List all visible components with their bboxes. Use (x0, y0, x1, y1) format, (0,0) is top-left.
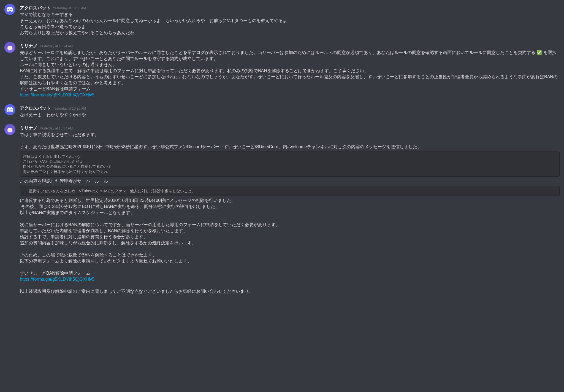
text-line: なげえーよ わかりやすくかけや (20, 112, 560, 118)
discord-logo-icon (7, 106, 13, 113)
message-group: アクロスバットYesterday at 10:08 AMマジで読むならキモすぎる… (0, 3, 564, 37)
timestamp: Yesterday at 10:25 AM (53, 106, 86, 111)
blank-line (20, 138, 560, 144)
message-content: では丁寧に説明をさせていただきます。まず、あなたは世界協定時2020年6月18日… (20, 132, 560, 294)
blank-line (20, 216, 560, 222)
username[interactable]: アクロスバット (20, 5, 51, 11)
link[interactable]: https://forms.gle/g5KLDYth5QjGXHiv5 (20, 93, 94, 97)
username[interactable]: ミリナノ (20, 125, 37, 131)
message-header: ミリナノYesterday at 10:37 AM (20, 125, 560, 131)
message-header: アクロスバットYesterday at 10:25 AM (20, 105, 560, 111)
avatar[interactable] (4, 124, 15, 135)
link[interactable]: https://forms.gle/g5KLDYth5QjGXHiv5 (20, 277, 94, 282)
message-group: ミリナノYesterday at 10:24 AM先ほどサーバーログを確認しまし… (0, 41, 564, 99)
message-header: アクロスバットYesterday at 10:08 AM (20, 5, 560, 11)
text-line: まーええわ おれはあんなわけのわからんルールに同意してねーからよ もいっかい入れ… (20, 18, 560, 24)
text-line: お前らよりは格上だから教えてやれることめちゃあんだわ (20, 30, 560, 36)
text-line: 以上がBANの実施までのタイムスケジュールとなります。 (20, 210, 560, 216)
message-content: 先ほどサーバーログを確認しましたが、あなたがサーバーのルールに同意したことを示す… (20, 50, 560, 98)
timestamp: Yesterday at 10:24 AM (40, 44, 73, 49)
text-line: 申請していただいた内容を管理者が判断し、BANの解除を行うかを検討いたします。 (20, 228, 560, 234)
text-line: に違反する行為であると判断し、世界協定時2020年6月18日 23時6分00秒に… (20, 198, 560, 204)
avatar[interactable] (4, 42, 15, 53)
text-line: その後、同じく23時6分17秒にBOTに対しBANの実行を命令、同分19秒に実行… (20, 204, 560, 210)
timestamp: Yesterday at 10:08 AM (53, 6, 86, 11)
discord-logo-icon (7, 6, 13, 13)
text-line: 次に当サーバーにおけるBANの解除についてですが、当サーバーの用意した専用のフォ… (20, 222, 560, 228)
blank-line (20, 282, 560, 288)
text-line: 検討する中で、申請者に対し追加の質問を行う場合があります。 (20, 234, 560, 240)
message-list: アクロスバットYesterday at 10:08 AMマジで読むならキモすぎる… (0, 3, 564, 296)
text-line: この内容を現認した管理者がサーバールール (20, 178, 560, 184)
text-line: こちとら毎日赤スパ送ってからよ (20, 24, 560, 30)
text-line: まず、あなたは世界協定時2020年6月18日 23時5分52秒に星街すいせい非公… (20, 144, 560, 150)
message-group: ミリナノYesterday at 10:37 AMでは丁寧に説明をさせていただき… (0, 123, 564, 296)
text-line: そのため、この場で私の裁量でBANを解除することはできかねます。 (20, 252, 560, 258)
timestamp: Yesterday at 10:37 AM (40, 126, 73, 131)
text-line: また、ご教授していただける内容というものはすいせいこーどに参加しなければいけない… (20, 74, 560, 86)
text-line: 追加の質問内容も加味しながら総合的に判断をし、解除をするかの最終決定を行います。 (20, 240, 560, 246)
text-line: 以下の専用フォームより解除の申請をしていただきますよう重ねてお願いいたします。 (20, 258, 560, 264)
text-line: 先ほどサーバーログを確認しましたが、あなたがサーバーのルールに同意したことを示す… (20, 50, 560, 62)
text-line: すいせこーどBAN解除申請フォーム (20, 86, 560, 92)
message-group: アクロスバットYesterday at 10:25 AMなげえーよ わかりやすく… (0, 103, 564, 119)
message-header: ミリナノYesterday at 10:24 AM (20, 43, 560, 49)
text-line: ルールに同意していないというのは通りません。 (20, 62, 560, 68)
text-line: BANに対する異議申し立て、解除の申請は専用のフォームに対し申請を行っていただく… (20, 68, 560, 74)
username[interactable]: ミリナノ (20, 43, 37, 49)
text-line: 以上経過説明及び解除申請のご案内に関しましてご不明な点などございましたらお気軽に… (20, 288, 560, 294)
text-line: では丁寧に説明をさせていただきます。 (20, 132, 560, 138)
avatar-image (4, 42, 15, 53)
avatar[interactable] (4, 104, 15, 115)
text-line: すいせこーどBAN解除申請フォーム (20, 270, 560, 276)
text-line: マジで読むならキモすぎる (20, 12, 560, 18)
username[interactable]: アクロスバット (20, 105, 51, 111)
avatar[interactable] (4, 4, 15, 15)
message-content: マジで読むならキモすぎるまーええわ おれはあんなわけのわからんルールに同意してね… (20, 12, 560, 36)
code-block: 1．星街すいせいさんをはじめ、VTuberの方々やそのファン、他人に対して誹謗中… (20, 186, 560, 196)
blank-line (20, 264, 560, 270)
avatar-image (4, 124, 15, 135)
blank-line (20, 246, 560, 252)
message-content: なげえーよ わかりやすくかけや (20, 112, 560, 118)
code-block: 昨日はよくも追い出してくれたな これだからVオタは頭おかしんだよ 自分たちが社会… (20, 152, 560, 177)
